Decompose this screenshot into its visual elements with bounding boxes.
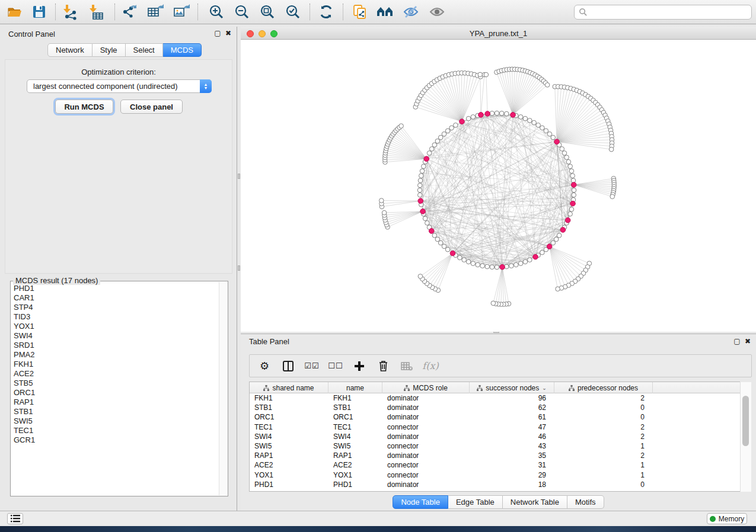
mcds-result-item[interactable]: STP4	[11, 302, 219, 312]
column-header-name[interactable]: name	[328, 382, 382, 393]
graph-node[interactable]	[454, 123, 458, 127]
cell-predecessor_nodes[interactable]: 1	[554, 461, 653, 469]
column-header-MCDS-role[interactable]: MCDS role	[382, 382, 470, 393]
close-panel-button[interactable]: Close panel	[120, 100, 183, 114]
cell-name[interactable]: SWI5	[328, 442, 382, 450]
graph-node[interactable]	[570, 174, 575, 178]
tab-edge-table[interactable]: Edge Table	[448, 495, 503, 509]
graph-hub-node[interactable]	[560, 227, 566, 233]
mcds-result-item[interactable]: SWI4	[11, 331, 219, 340]
graph-node[interactable]	[551, 135, 556, 140]
cell-mcds_role[interactable]: dominator	[382, 432, 470, 441]
mcds-result-item[interactable]: CAR1	[11, 293, 219, 302]
cell-predecessor_nodes[interactable]: 2	[554, 394, 653, 402]
show-columns-icon[interactable]	[280, 359, 296, 373]
cell-shared_name[interactable]: PHD1	[250, 480, 328, 489]
cell-name[interactable]: YOX1	[328, 471, 382, 479]
table-settings-icon[interactable]: ⚙	[257, 359, 272, 373]
graph-node[interactable]	[418, 178, 423, 183]
close-table-panel-icon[interactable]: ✖	[744, 338, 751, 345]
table-row-ORC1[interactable]: ORC1ORC1dominator610	[250, 412, 740, 422]
graph-node[interactable]	[504, 111, 509, 116]
mcds-result-item[interactable]: RAP1	[11, 397, 219, 406]
open-file-icon[interactable]	[4, 3, 25, 21]
tab-select[interactable]: Select	[126, 43, 163, 57]
sort-chevron-icon[interactable]: ⌄	[542, 385, 547, 391]
graph-node[interactable]	[566, 159, 571, 164]
graph-node[interactable]	[532, 120, 537, 125]
graph-node[interactable]	[419, 174, 424, 178]
cell-shared_name[interactable]: STB1	[250, 403, 328, 412]
graph-node[interactable]	[417, 193, 422, 197]
graph-node[interactable]	[485, 264, 490, 269]
table-scrollbar-thumb[interactable]	[742, 396, 749, 446]
tab-style[interactable]: Style	[92, 43, 126, 57]
graph-node[interactable]	[449, 126, 454, 130]
column-header-shared-name[interactable]: shared name	[250, 382, 328, 393]
graph-node[interactable]	[523, 116, 528, 121]
graph-node[interactable]	[480, 264, 485, 268]
graph-hub-node[interactable]	[570, 201, 576, 206]
cell-mcds_role[interactable]: connector	[382, 471, 470, 479]
graph-hub-node[interactable]	[500, 264, 505, 270]
cell-shared_name[interactable]: RAP1	[250, 451, 328, 460]
mcds-result-item[interactable]: PMA2	[11, 350, 219, 359]
cell-name[interactable]: STB1	[328, 403, 382, 412]
graph-node[interactable]	[429, 147, 434, 152]
import-table-icon[interactable]	[85, 3, 107, 21]
graph-node[interactable]	[545, 83, 550, 88]
cell-name[interactable]: SWI4	[328, 432, 382, 441]
column-header-predecessor-nodes[interactable]: predecessor nodes	[554, 382, 653, 393]
graph-node[interactable]	[572, 193, 576, 197]
graph-node[interactable]	[462, 258, 467, 262]
graph-node[interactable]	[423, 216, 428, 221]
graph-node[interactable]	[466, 116, 471, 121]
cell-successor_nodes[interactable]: 62	[470, 403, 554, 412]
graph-node[interactable]	[435, 139, 440, 143]
graph-node[interactable]	[569, 207, 574, 212]
graph-node[interactable]	[609, 147, 614, 152]
graph-node[interactable]	[466, 259, 471, 264]
mcds-result-item[interactable]: YOX1	[11, 321, 219, 331]
graph-node[interactable]	[438, 241, 443, 245]
cell-name[interactable]: FKH1	[328, 394, 382, 402]
graph-node[interactable]	[476, 262, 480, 267]
mcds-result-item[interactable]: SWI5	[11, 416, 219, 425]
refresh-layout-icon[interactable]	[315, 3, 337, 21]
cell-mcds_role[interactable]: dominator	[382, 451, 470, 460]
save-session-icon[interactable]	[28, 3, 50, 21]
graph-hub-node[interactable]	[460, 119, 465, 124]
graph-node[interactable]	[471, 261, 476, 266]
node-table[interactable]: shared namenameMCDS rolesuccessor nodes⌄…	[249, 382, 740, 492]
tab-network[interactable]: Network	[47, 43, 92, 57]
cell-predecessor_nodes[interactable]: 1	[554, 471, 653, 479]
mcds-result-item[interactable]: GCR1	[11, 435, 219, 444]
graph-node[interactable]	[417, 188, 422, 193]
search-input[interactable]	[588, 7, 751, 18]
close-panel-icon[interactable]: ✖	[225, 30, 232, 37]
delete-columns-icon[interactable]	[375, 359, 391, 373]
cell-successor_nodes[interactable]: 31	[470, 461, 554, 469]
graph-node[interactable]	[572, 188, 576, 193]
mcds-result-item[interactable]: TID3	[11, 312, 219, 321]
graph-node[interactable]	[540, 126, 545, 130]
cell-name[interactable]: RAP1	[328, 451, 382, 460]
table-row-RAP1[interactable]: RAP1RAP1dominator352	[250, 451, 740, 460]
graph-hub-node[interactable]	[533, 254, 538, 259]
cell-mcds_role[interactable]: connector	[382, 423, 470, 431]
graph-node[interactable]	[478, 72, 483, 77]
graph-hub-node[interactable]	[547, 244, 552, 249]
optimization-criterion-select[interactable]: largest connected component (undirected)…	[27, 79, 212, 93]
cell-shared_name[interactable]: YOX1	[250, 471, 328, 479]
graph-node[interactable]	[556, 287, 560, 291]
graph-hub-node[interactable]	[429, 229, 434, 234]
zoom-out-icon[interactable]	[231, 3, 253, 21]
export-network-icon[interactable]	[119, 3, 140, 21]
first-neighbors-icon[interactable]	[375, 3, 396, 21]
graph-node[interactable]	[379, 198, 384, 203]
cell-shared_name[interactable]: FKH1	[250, 394, 328, 402]
cell-shared_name[interactable]: ACE2	[250, 461, 328, 469]
cell-successor_nodes[interactable]: 18	[470, 480, 554, 489]
graph-node[interactable]	[560, 147, 564, 152]
mcds-result-item[interactable]: SRD1	[11, 340, 219, 350]
